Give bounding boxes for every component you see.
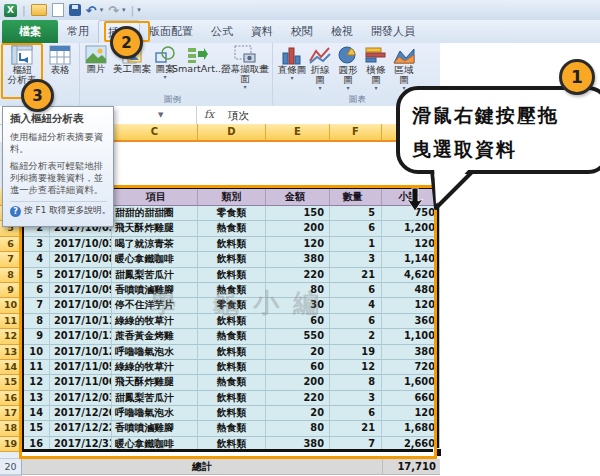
table-button[interactable]: 表格 <box>44 45 76 75</box>
name-box-dropdown-icon[interactable]: ▼ <box>158 111 163 119</box>
tab-data[interactable]: 資料 <box>242 20 282 43</box>
ribbon-group-illustrations: 圖片 美工圖案 圖案 ▾ <box>80 43 273 105</box>
tooltip-body: 樞紐分析表可輕鬆地排列和摘要複雜資料，並進一步查看詳細資料。 <box>10 160 107 196</box>
bar-chart-label: 橫條圖 <box>362 65 390 85</box>
column-header-c[interactable]: C <box>112 124 198 142</box>
tab-home[interactable]: 常用 <box>58 20 98 43</box>
callout-circle-2: 2 <box>110 26 143 59</box>
screenshot-dropdown-icon[interactable]: ▾ <box>243 84 246 90</box>
customize-qat-icon[interactable]: ▾ <box>137 6 141 14</box>
undo-dropdown-icon[interactable]: ▾ <box>100 6 104 14</box>
excel-window: X | ↶ ▾ ↷ ▾ | ▾ 檔案 常用 插入 版面配置 公式 資料 校閱 檢… <box>0 0 600 476</box>
mouse-cursor-icon <box>406 188 424 212</box>
tab-review[interactable]: 校閱 <box>282 20 322 43</box>
help-icon: ? <box>10 206 21 217</box>
column-chart-dropdown-icon[interactable]: ▾ <box>290 75 293 81</box>
line-chart-dropdown-icon[interactable]: ▾ <box>318 85 321 91</box>
speech-bubble-text: 滑鼠右鍵按壓拖 曳選取資料 <box>412 98 559 166</box>
tab-file[interactable]: 檔案 <box>2 20 58 43</box>
fx-icon: fx <box>204 108 214 121</box>
open-icon[interactable] <box>31 4 47 16</box>
table-icon <box>49 45 71 65</box>
divider <box>196 106 197 124</box>
tab-developer[interactable]: 開發人員 <box>362 20 424 43</box>
illustrations-group-label: 圖例 <box>164 94 181 106</box>
screenshot-icon <box>234 45 256 64</box>
column-chart-button[interactable]: 直條圖 ▾ <box>277 45 307 81</box>
bar-chart-button[interactable]: 橫條圖 ▾ <box>362 45 390 91</box>
excel-logo-icon: X <box>4 4 17 17</box>
column-chart-icon <box>280 45 304 65</box>
total-label: 總計 <box>22 459 382 475</box>
charts-group-label: 圖表 <box>349 94 366 106</box>
redo-dropdown-icon[interactable]: ▾ <box>122 6 126 14</box>
bubble-line-1: 滑鼠右鍵按壓拖 <box>412 98 559 132</box>
shapes-icon <box>154 45 176 64</box>
pivot-tooltip: 插入樞紐分析表 使用樞紐分析表摘要資料。 樞紐分析表可輕鬆地排列和摘要複雜資料，… <box>2 106 114 227</box>
line-chart-label: 折線圖 <box>306 65 334 85</box>
ribbon-tab-bar: 檔案 常用 插入 版面配置 公式 資料 校閱 檢視 開發人員 <box>0 20 600 43</box>
tooltip-body: 使用樞紐分析表摘要資料。 <box>10 131 107 155</box>
pie-chart-dropdown-icon[interactable]: ▾ <box>346 85 349 91</box>
bar-chart-icon <box>364 45 388 65</box>
callout-circle-1: 1 <box>559 59 595 95</box>
pie-chart-icon <box>336 45 360 65</box>
screenshot-button-label: 螢幕擷取畫面 <box>219 64 271 84</box>
divider: | <box>22 4 26 17</box>
bubble-line-2: 曳選取資料 <box>412 132 559 166</box>
new-document-icon[interactable] <box>52 3 64 17</box>
total-row[interactable]: 總計 17,710 <box>22 459 440 475</box>
tab-formulas[interactable]: 公式 <box>202 20 242 43</box>
picture-button[interactable]: 圖片 <box>83 45 109 74</box>
quick-access-toolbar: X | ↶ ▾ ↷ ▾ | ▾ <box>0 0 600 20</box>
column-header-f[interactable]: F <box>330 124 382 142</box>
line-chart-icon <box>308 45 332 65</box>
formula-bar-value[interactable]: 項次 <box>228 109 249 123</box>
tooltip-footer: ? 按 F1 取得更多說明。 <box>10 201 107 217</box>
save-icon[interactable] <box>69 4 81 16</box>
bar-chart-dropdown-icon[interactable]: ▾ <box>374 85 377 91</box>
pie-chart-button[interactable]: 圓形圖 ▾ <box>334 45 362 91</box>
column-header-e[interactable]: E <box>266 124 330 142</box>
picture-icon <box>85 45 107 64</box>
smartart-button[interactable]: SmartArt... <box>177 45 219 74</box>
screenshot-button[interactable]: 螢幕擷取畫面 ▾ <box>219 45 271 90</box>
line-chart-button[interactable]: 折線圖 ▾ <box>306 45 334 91</box>
callout-circle-3: 3 <box>21 79 54 112</box>
smartart-button-label: SmartArt... <box>172 64 224 74</box>
ribbon: 樞紐 分析表 表格 <box>0 43 440 107</box>
table-button-label: 表格 <box>51 65 70 75</box>
shapes-dropdown-icon[interactable]: ▾ <box>163 74 166 80</box>
redo-icon[interactable]: ↷ <box>108 4 119 17</box>
undo-icon[interactable]: ↶ <box>86 4 97 17</box>
divider: | <box>131 4 135 17</box>
clipart-button-label: 美工圖案 <box>113 64 151 74</box>
tooltip-title: 插入樞紐分析表 <box>10 112 107 126</box>
area-chart-icon <box>392 45 416 65</box>
total-value: 17,710 <box>382 459 440 475</box>
row-header-20[interactable]: 20 <box>0 459 22 475</box>
tab-view[interactable]: 檢視 <box>322 20 362 43</box>
pie-chart-label: 圓形圖 <box>334 65 362 85</box>
picture-button-label: 圖片 <box>87 64 106 74</box>
column-header-d[interactable]: D <box>198 124 266 142</box>
tooltip-footer-text: 按 F1 取得更多說明。 <box>24 205 111 217</box>
smartart-icon <box>187 45 209 64</box>
